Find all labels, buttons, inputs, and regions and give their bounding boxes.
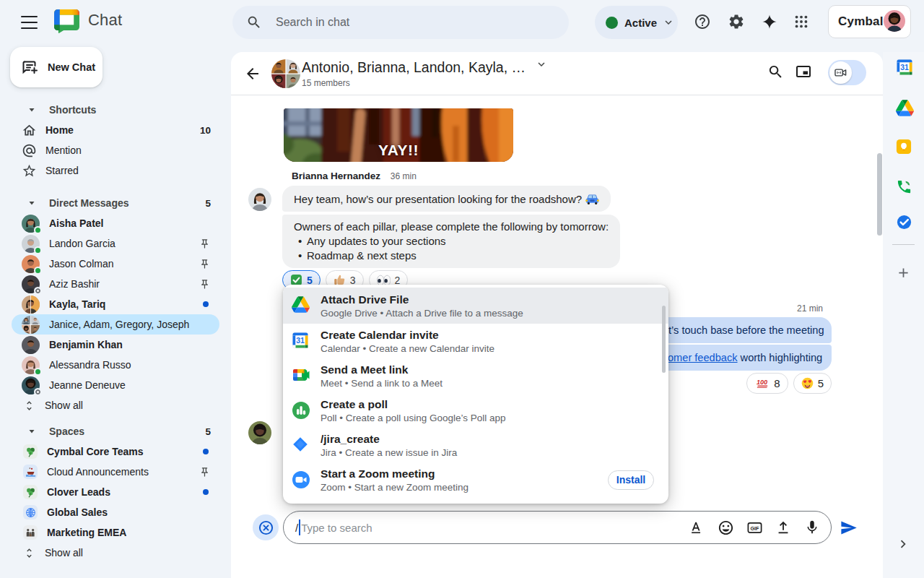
help-icon[interactable] (694, 13, 711, 30)
get-add-ons-icon[interactable] (896, 264, 912, 280)
svg-text:31: 31 (900, 63, 909, 72)
video-call-toggle[interactable] (828, 60, 866, 85)
main-menu-icon[interactable] (21, 13, 41, 32)
menu-item-description: Meet • Send a link to a Meet (321, 377, 654, 389)
chat-scrollbar[interactable] (877, 153, 882, 236)
message-bubble[interactable]: Owners of each pillar, please complete t… (282, 215, 620, 268)
space-item-global-sales[interactable]: Global Sales (0, 502, 231, 522)
expand-panel-chevron-icon[interactable] (895, 535, 912, 553)
rail-divider (892, 244, 915, 245)
zoom-app-icon (292, 470, 310, 489)
sidebar-item-home[interactable]: Home10 (0, 120, 231, 140)
section-header-shortcuts[interactable]: Shortcuts (0, 100, 231, 120)
text-format-icon[interactable] (689, 519, 705, 536)
reaction-hundred[interactable]: 1008 (746, 373, 788, 394)
meet-app-icon (292, 366, 310, 385)
search-in-conversation-icon[interactable] (767, 63, 785, 80)
presence-offline-dot (34, 287, 42, 295)
user-avatar[interactable] (884, 10, 905, 33)
back-arrow-icon[interactable] (244, 65, 261, 82)
dm-item-kayla-tariq[interactable]: Kayla, Tariq (0, 294, 231, 314)
menu-scrollbar[interactable] (662, 306, 666, 373)
google-apps-grid-icon[interactable] (793, 13, 811, 30)
keep-app-icon[interactable] (896, 139, 912, 155)
slash-menu-item-create-calendar-invite[interactable]: 31Create Calendar inviteCalendar • Creat… (283, 324, 668, 358)
dm-item-landon-garcia[interactable]: Landon Garcia (0, 233, 231, 254)
section-title: Direct Messages (49, 197, 129, 209)
slash-menu-item-send-a-meet-link[interactable]: Send a Meet linkMeet • Send a link to a … (283, 358, 668, 393)
gif-message[interactable]: YAY!! (284, 108, 513, 162)
avatar (22, 255, 40, 273)
sidebar-item-mention[interactable]: Mention (0, 140, 231, 160)
slash-menu-item-start-a-zoom-meeting[interactable]: Start a Zoom meetingZoom • Start a new Z… (283, 462, 668, 497)
dm-item-aisha-patel[interactable]: Aisha Patel (0, 213, 231, 233)
sidebar-sections: ShortcutsHome10MentionStarredDirect Mess… (0, 100, 231, 563)
voice-app-icon[interactable] (896, 178, 912, 194)
unread-count: 10 (200, 125, 211, 136)
top-app-bar: Chat Search in chat Active Cymbal (0, 0, 924, 43)
unread-dot (203, 489, 209, 495)
show-all-label: Show all (45, 547, 83, 558)
slash-menu-item--jira-create[interactable]: /jira_createJira • Create a new issue in… (283, 428, 668, 462)
space-item-cymbal-core-teams[interactable]: Cymbal Core Teams (0, 441, 231, 462)
item-label: Marketing EMEA (47, 527, 126, 538)
slash-command-menu: Attach Drive FileGoogle Drive • Attach a… (283, 285, 668, 504)
message-link[interactable]: omer feedback (668, 352, 738, 363)
upload-icon[interactable] (775, 519, 792, 536)
mic-icon[interactable] (804, 519, 821, 536)
dm-item-jason-colman[interactable]: Jason Colman (0, 254, 231, 274)
status-selector[interactable]: Active (595, 6, 678, 39)
presence-online-dot (34, 267, 42, 275)
dm-item-alessandra-russo[interactable]: Alessandra Russo (0, 355, 231, 375)
search-bar[interactable]: Search in chat (232, 6, 569, 39)
dm-item-janice-adam-gregory-joseph[interactable]: Janice, Adam, Gregory, Joseph (0, 314, 231, 335)
section-header-spaces[interactable]: Spaces5 (0, 421, 231, 441)
cancel-slash-command-icon[interactable] (253, 514, 279, 540)
avatar (22, 336, 40, 354)
menu-item-description: Calendar • Create a new Calendar invite (321, 342, 654, 355)
slash-menu-item-attach-drive-file[interactable]: Attach Drive FileGoogle Drive • Attach a… (283, 288, 668, 324)
drive-app-icon[interactable] (896, 100, 912, 116)
space-item-clover-leads[interactable]: Clover Leads (0, 482, 231, 502)
reaction-row: 10085 (746, 373, 832, 394)
space-item-marketing-emea[interactable]: Marketing EMEA (0, 522, 231, 543)
picture-in-picture-icon[interactable] (795, 63, 812, 80)
slash-menu-item-create-a-poll[interactable]: Create a pollPoll • Create a poll using … (283, 393, 668, 428)
section-unread-count: 5 (205, 198, 211, 209)
conversation-title-menu[interactable]: Antonio, Brianna, Landon, Kayla, … 15 me… (302, 58, 548, 88)
app-title: Chat (88, 11, 122, 30)
account-chip[interactable]: Cymbal (828, 5, 911, 38)
group-avatar (271, 59, 300, 88)
item-label: Cymbal Core Teams (47, 446, 144, 457)
reaction-heart-eyes[interactable]: 5 (793, 373, 832, 394)
menu-item-description: Jira • Create a new issue in Jira (321, 447, 654, 459)
settings-gear-icon[interactable] (728, 13, 745, 30)
send-message-icon[interactable] (839, 518, 858, 538)
menu-item-title: Attach Drive File (321, 293, 654, 306)
unread-dot (203, 449, 209, 454)
new-chat-button[interactable]: New Chat (10, 47, 103, 87)
item-label: Alessandra Russo (49, 359, 131, 371)
space-item-cloud-announcements[interactable]: Cloud Announcements (0, 462, 231, 482)
tasks-app-icon[interactable] (896, 214, 912, 230)
install-button[interactable]: Install (608, 470, 654, 490)
show-all-2[interactable]: Show all (0, 543, 231, 563)
sidebar-item-starred[interactable]: Starred (0, 160, 231, 181)
emoji-icon[interactable] (718, 519, 734, 536)
presence-offline-dot (34, 388, 42, 396)
member-count: 15 members (302, 78, 548, 88)
dm-item-benjamin-khan[interactable]: Benjamin Khan (0, 335, 231, 355)
item-label: Jason Colman (49, 258, 114, 269)
message-input[interactable]: / Type to search GIF (283, 511, 832, 544)
message-timestamp: 21 min (797, 303, 823, 314)
item-label: Global Sales (47, 506, 108, 518)
dm-item-aziz-bashir[interactable]: Aziz Bashir (0, 274, 231, 294)
message-bubble[interactable]: Hey team, how’s our presentation looking… (282, 186, 611, 212)
unfold-more-icon (23, 547, 35, 559)
calendar-app-icon[interactable]: 31 (896, 59, 912, 74)
show-all-1[interactable]: Show all (0, 395, 231, 415)
section-header-direct-messages[interactable]: Direct Messages5 (0, 193, 231, 213)
gemini-sparkle-icon[interactable] (762, 13, 779, 30)
dm-item-jeanne-deneuve[interactable]: Jeanne Deneuve (0, 375, 231, 395)
gif-icon[interactable]: GIF (746, 519, 763, 536)
